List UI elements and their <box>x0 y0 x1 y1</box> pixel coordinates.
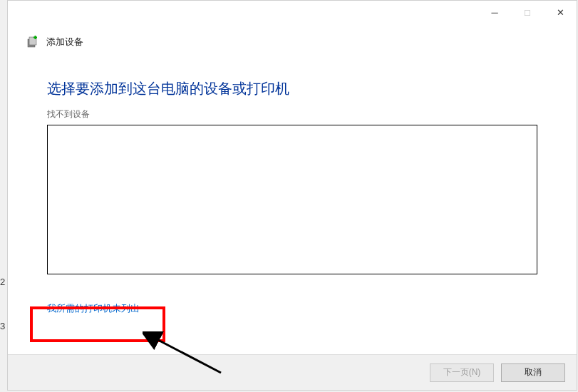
content-heading: 选择要添加到这台电脑的设备或打印机 <box>47 79 537 98</box>
marker-2: 2 <box>0 277 5 287</box>
dialog-content: 选择要添加到这台电脑的设备或打印机 找不到设备 我所需的打印机未列出 <box>8 55 577 354</box>
dialog-footer: 下一页(N) 取消 <box>8 354 577 390</box>
titlebar: ─ □ ✕ <box>8 1 577 24</box>
add-device-icon <box>25 35 39 49</box>
next-button-label: 下一页(N) <box>443 366 481 378</box>
maximize-icon: □ <box>525 7 530 18</box>
maximize-button: □ <box>511 1 544 24</box>
printer-not-listed-link[interactable]: 我所需的打印机未列出 <box>47 303 140 314</box>
content-subtext: 找不到设备 <box>47 108 537 120</box>
minimize-icon: ─ <box>491 7 497 18</box>
minimize-button[interactable]: ─ <box>478 1 511 24</box>
cancel-button-label: 取消 <box>525 366 542 378</box>
link-row: 我所需的打印机未列出 <box>47 301 537 315</box>
dialog-title: 添加设备 <box>46 36 83 48</box>
device-list[interactable] <box>47 125 537 274</box>
close-button[interactable]: ✕ <box>544 1 577 24</box>
cancel-button[interactable]: 取消 <box>501 363 565 382</box>
marker-3: 3 <box>0 321 5 331</box>
next-button: 下一页(N) <box>430 363 494 382</box>
close-icon: ✕ <box>557 7 564 18</box>
add-device-dialog: ─ □ ✕ 添加设备 选择要添加到这台电脑的设备或打印机 找不到设备 我所需的打… <box>7 0 577 391</box>
dialog-header: 添加设备 <box>8 24 577 55</box>
